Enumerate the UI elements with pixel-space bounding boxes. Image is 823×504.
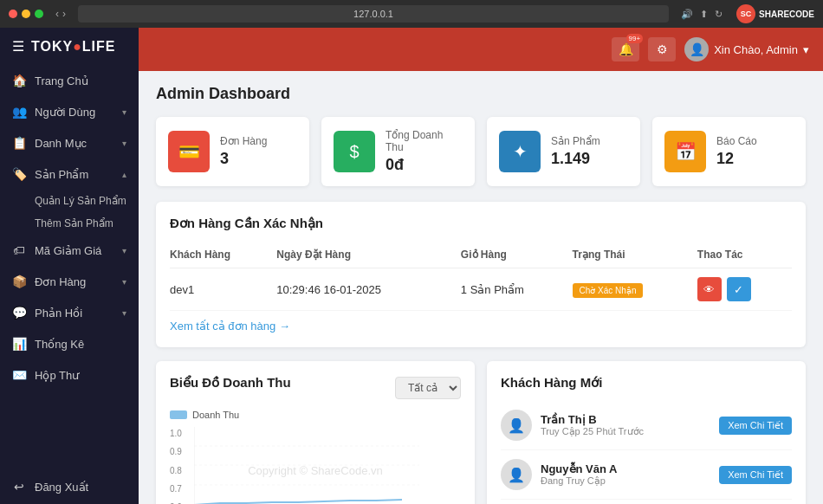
sidebar-item-categories[interactable]: 📋 Danh Mục ▾	[0, 127, 139, 158]
nav-arrows: ‹ ›	[55, 8, 66, 20]
sidebar-item-discounts[interactable]: 🏷 Mã Giảm Giá ▾	[0, 235, 139, 266]
customer-detail-button-1[interactable]: Xem Chi Tiết	[719, 466, 792, 484]
chevron-icon: ▴	[122, 170, 126, 179]
settings-button[interactable]: ⚙	[648, 37, 676, 61]
customer-info-0: Trần Thị B Truy Cập 25 Phút Trước	[541, 413, 710, 437]
stats-grid: 💳 Đơn Hàng 3 $ Tổng Doanh Thu 0đ ✦	[156, 117, 806, 186]
chart-header: Biểu Đồ Doanh Thu Tất cả	[170, 375, 461, 401]
feedback-icon: 💬	[12, 306, 26, 320]
col-status: Trạng Thái	[573, 242, 697, 268]
revenue-stat-icon: $	[334, 131, 375, 172]
orders-stat-icon: 💳	[168, 131, 210, 172]
table-row: dev1 10:29:46 16-01-2025 1 Sản Phẩm Chờ …	[170, 268, 792, 311]
hamburger-icon[interactable]: ☰	[12, 38, 24, 55]
chevron-icon: ▾	[122, 246, 126, 255]
forward-arrow[interactable]: ›	[62, 8, 66, 20]
col-date: Ngày Đặt Hàng	[276, 242, 461, 268]
products-stat-info: Sản Phẩm 1.149	[551, 135, 600, 168]
page-title: Admin Dashboard	[156, 85, 806, 103]
discount-icon: 🏷	[12, 243, 26, 257]
chart-area: 1.0 0.9 0.8 0.7 0.6	[170, 427, 461, 504]
sidebar-item-manage-products[interactable]: Quản Lý Sản Phẩm	[0, 190, 139, 212]
stat-card-products: ✦ Sản Phẩm 1.149	[487, 117, 640, 186]
speaker-icon: 🔊	[681, 9, 693, 20]
browser-icons: 🔊 ⬆ ↻	[681, 9, 723, 20]
chart-filter-select[interactable]: Tất cả	[395, 377, 461, 399]
cell-customer: dev1	[170, 268, 276, 311]
stat-card-revenue: $ Tổng Doanh Thu 0đ	[321, 117, 475, 186]
traffic-lights	[9, 10, 43, 18]
legend-color	[170, 410, 187, 419]
customer-name-1: Nguyễn Văn A	[541, 462, 710, 475]
sidebar-item-mailbox[interactable]: ✉️ Hộp Thư	[0, 359, 139, 391]
customer-time-0: Truy Cập 25 Phút Trước	[541, 426, 710, 437]
chart-legend: Doanh Thu	[170, 410, 461, 420]
back-arrow[interactable]: ‹	[55, 8, 59, 20]
y-label-3: 0.7	[170, 484, 185, 494]
user-menu[interactable]: 👤 Xin Chào, Admin ▾	[684, 37, 809, 61]
chart-section: Biểu Đồ Doanh Thu Tất cả Doanh Thu 1.0 0…	[156, 361, 475, 504]
sidebar-item-feedback[interactable]: 💬 Phản Hồi ▾	[0, 297, 139, 328]
notifications-button[interactable]: 🔔 99+	[612, 37, 639, 61]
sidebar-item-orders[interactable]: 📦 Đơn Hàng ▾	[0, 266, 139, 297]
avatar: 👤	[684, 37, 709, 61]
customer-time-1: Đang Truy Cập	[541, 475, 710, 487]
sidebar-item-stats[interactable]: 📊 Thống Kê	[0, 328, 139, 359]
orders-icon: 📦	[12, 275, 26, 288]
customer-avatar-1: 👤	[501, 459, 532, 490]
orders-section-title: Đơn Hàng Cần Xác Nhận	[170, 216, 792, 231]
address-bar[interactable]: 127.0.0.1	[78, 5, 669, 23]
products-stat-icon: ✦	[499, 131, 541, 172]
customer-item-0: 👤 Trần Thị B Truy Cập 25 Phút Trước Xem …	[501, 401, 792, 450]
chevron-icon: ▾	[122, 139, 126, 148]
sidebar-item-add-product[interactable]: Thêm Sản Phẩm	[0, 212, 139, 235]
see-all-orders-link[interactable]: Xem tất cả đơn hàng →	[170, 320, 290, 333]
chevron-icon: ▾	[122, 277, 126, 287]
customer-name-0: Trần Thị B	[541, 413, 710, 426]
confirm-order-button[interactable]: ✓	[727, 277, 751, 301]
orders-section: Đơn Hàng Cần Xác Nhận Khách Hàng Ngày Đặ…	[156, 202, 806, 347]
sidebar-item-users[interactable]: 👥 Người Dùng ▾	[0, 96, 139, 127]
customers-section: Khách Hàng Mới 👤 Trần Thị B Truy Cập 25 …	[487, 361, 806, 504]
sidebar: ☰ TOKY●LIFE 🏠 Trang Chủ 👥 Người Dùng ▾ 📋…	[0, 28, 139, 504]
cell-date: 10:29:46 16-01-2025	[276, 268, 461, 311]
browser-chrome: ‹ › 127.0.0.1 🔊 ⬆ ↻ SC SHARECODE	[0, 0, 823, 28]
products-icon: 🏷️	[12, 167, 26, 181]
logout-button[interactable]: ↩ Đăng Xuất	[0, 469, 139, 504]
reports-stat-icon: 📅	[664, 131, 706, 172]
chart-title: Biểu Đồ Doanh Thu	[170, 375, 291, 391]
close-button[interactable]	[9, 10, 17, 18]
customer-avatar-0: 👤	[501, 410, 532, 441]
col-cart: Giỏ Hàng	[461, 242, 573, 268]
logout-icon: ↩	[12, 480, 26, 494]
revenue-stat-info: Tổng Doanh Thu 0đ	[386, 129, 463, 174]
chevron-down-icon: ▾	[803, 43, 809, 56]
chevron-icon: ▾	[122, 107, 126, 117]
maximize-button[interactable]	[35, 10, 43, 18]
brand-name: SHARECODE	[759, 10, 814, 19]
home-icon: 🏠	[12, 74, 26, 87]
y-label-2: 0.8	[170, 466, 185, 475]
reports-stat-info: Báo Cáo 12	[716, 135, 757, 168]
reload-icon[interactable]: ↻	[715, 9, 723, 20]
sidebar-item-products[interactable]: 🏷️ Sản Phẩm ▴	[0, 158, 139, 190]
stat-card-reports: 📅 Báo Cáo 12	[652, 117, 806, 186]
logo-text: TOKY●LIFE	[31, 39, 116, 55]
customers-title: Khách Hàng Mới	[501, 375, 792, 391]
chevron-icon: ▾	[122, 308, 126, 318]
user-greeting: Xin Chào, Admin	[714, 43, 798, 56]
customer-detail-button-0[interactable]: Xem Chi Tiết	[719, 417, 792, 435]
brand-logo: SC SHARECODE	[736, 4, 814, 23]
sidebar-item-home[interactable]: 🏠 Trang Chủ	[0, 65, 139, 96]
cell-actions: 👁 ✓	[697, 268, 792, 311]
y-label-0: 1.0	[170, 429, 185, 438]
y-label-1: 0.9	[170, 447, 185, 456]
gear-icon: ⚙	[657, 42, 668, 56]
sidebar-logo: ☰ TOKY●LIFE	[0, 28, 139, 65]
mail-icon: ✉️	[12, 368, 26, 382]
legend-label: Doanh Thu	[192, 410, 239, 420]
orders-stat-info: Đơn Hàng 3	[220, 135, 267, 168]
customer-info-1: Nguyễn Văn A Đang Truy Cập	[541, 462, 710, 487]
minimize-button[interactable]	[22, 10, 30, 18]
view-order-button[interactable]: 👁	[697, 277, 722, 301]
